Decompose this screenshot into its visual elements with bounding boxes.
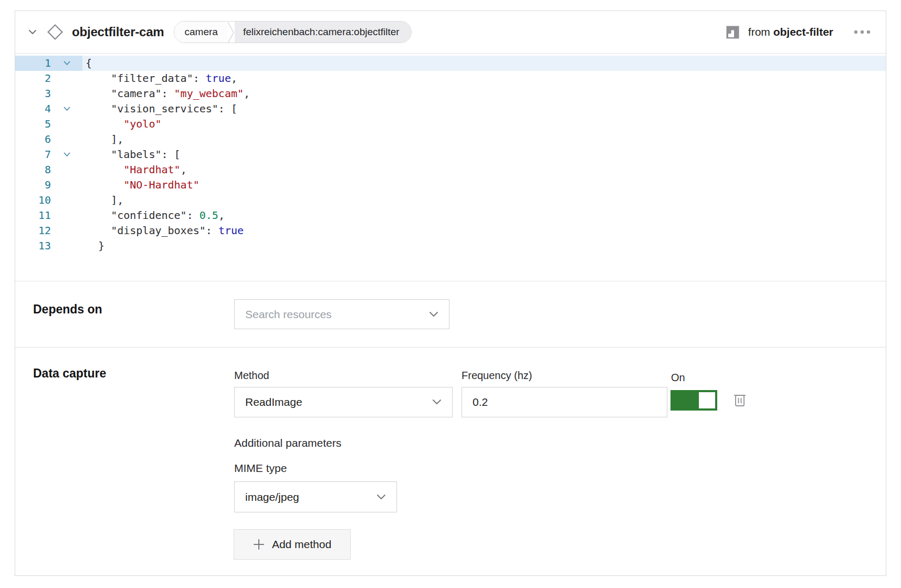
code-line: 4 "vision_services": [	[15, 101, 886, 117]
component-diamond-icon	[45, 22, 66, 43]
code-line: 10 ],	[15, 193, 886, 208]
fold-gutter	[51, 86, 82, 101]
add-method-label: Add method	[272, 538, 331, 551]
add-method-button[interactable]: Add method	[234, 529, 351, 560]
depends-on-section: Depends on Search resources	[15, 281, 886, 347]
depends-on-heading: Depends on	[33, 302, 102, 317]
code-text[interactable]: "NO-Hardhat"	[82, 177, 886, 193]
code-text[interactable]: }	[82, 238, 886, 254]
fold-gutter	[51, 117, 82, 132]
line-number: 12	[15, 223, 51, 238]
code-text[interactable]: "yolo"	[82, 117, 886, 132]
code-text[interactable]: ],	[82, 132, 886, 147]
module-icon	[726, 25, 740, 39]
capture-toggle[interactable]	[670, 390, 717, 411]
line-number: 7	[15, 147, 51, 162]
badge-type: camera	[174, 22, 227, 43]
fold-gutter	[51, 162, 82, 177]
chevron-down-icon	[429, 311, 438, 318]
code-text[interactable]: "filter_data": true,	[82, 71, 886, 86]
code-line: 2 "filter_data": true,	[15, 71, 886, 86]
code-line: 12 "display_boxes": true	[15, 223, 886, 238]
chevron-down-icon	[432, 399, 442, 405]
line-number: 10	[15, 193, 51, 208]
fold-gutter	[51, 71, 82, 86]
code-line: 8 "Hardhat",	[15, 162, 886, 177]
chevron-down-icon	[376, 494, 386, 500]
line-number: 3	[15, 86, 51, 101]
fold-gutter	[51, 238, 82, 254]
fold-chevron-icon[interactable]	[51, 56, 82, 71]
plus-icon	[253, 539, 265, 550]
code-line: 3 "camera": "my_webcam",	[15, 86, 886, 101]
code-line: 6 ],	[15, 132, 886, 147]
resource-card: objectfilter-cam camera felixreichenbach…	[15, 10, 886, 576]
resource-name: objectfilter-cam	[72, 25, 164, 39]
collapse-chevron-icon[interactable]	[27, 26, 38, 38]
mime-type-value: image/jpeg	[245, 491, 299, 503]
capture-on-label: On	[671, 372, 685, 384]
code-line: 9 "NO-Hardhat"	[15, 177, 886, 193]
code-text[interactable]: "camera": "my_webcam",	[82, 86, 886, 101]
line-number: 2	[15, 71, 51, 86]
method-value: ReadImage	[245, 396, 302, 408]
fold-chevron-icon[interactable]	[51, 147, 82, 162]
data-capture-heading: Data capture	[33, 366, 106, 381]
config-page: objectfilter-cam camera felixreichenbach…	[0, 0, 901, 588]
code-text[interactable]: "vision_services": [	[82, 101, 886, 117]
code-line: 11 "confidence": 0.5,	[15, 208, 886, 223]
fold-gutter	[51, 132, 82, 147]
toggle-knob	[699, 392, 715, 408]
method-select[interactable]: ReadImage	[234, 387, 453, 417]
resource-type-badge: camera felixreichenbach:camera:objectfil…	[174, 21, 412, 43]
line-number: 13	[15, 238, 51, 254]
code-text[interactable]: ],	[82, 193, 886, 208]
search-resources-placeholder: Search resources	[245, 308, 332, 321]
line-number: 11	[15, 208, 51, 223]
fold-gutter	[51, 193, 82, 208]
additional-parameters-label: Additional parameters	[234, 437, 341, 449]
line-number: 5	[15, 117, 51, 132]
code-text[interactable]: "display_boxes": true	[82, 223, 886, 238]
fold-gutter	[51, 177, 82, 193]
code-text[interactable]: "confidence": 0.5,	[82, 208, 886, 223]
line-number: 8	[15, 162, 51, 177]
depends-on-search-select[interactable]: Search resources	[234, 299, 449, 329]
line-number: 9	[15, 177, 51, 193]
method-label: Method	[234, 370, 269, 382]
badge-model: felixreichenbach:camera:objectfilter	[235, 22, 411, 43]
code-text[interactable]: "Hardhat",	[82, 162, 886, 177]
code-line: 1{	[15, 56, 886, 71]
mime-type-select[interactable]: image/jpeg	[234, 481, 397, 512]
delete-method-trash-icon[interactable]	[732, 392, 747, 410]
data-capture-section: Data capture Method ReadImage Frequency …	[15, 347, 886, 575]
fold-chevron-icon[interactable]	[51, 101, 82, 117]
overflow-menu-icon[interactable]	[853, 29, 872, 35]
json-config-editor[interactable]: 1{2 "filter_data": true,3 "camera": "my_…	[15, 53, 886, 281]
code-line: 7 "labels": [	[15, 147, 886, 162]
code-line: 13 }	[15, 238, 886, 254]
fold-gutter	[51, 208, 82, 223]
line-number: 6	[15, 132, 51, 147]
fold-gutter	[51, 223, 82, 238]
line-number: 4	[15, 101, 51, 117]
frequency-label: Frequency (hz)	[462, 370, 532, 382]
frequency-input[interactable]	[462, 387, 667, 417]
resource-card-header: objectfilter-cam camera felixreichenbach…	[15, 11, 886, 53]
header-right: from object-filter	[726, 25, 886, 39]
mime-type-label: MIME type	[234, 462, 287, 475]
code-text[interactable]: "labels": [	[82, 147, 886, 162]
module-source-label: from object-filter	[748, 26, 833, 38]
code-text[interactable]: {	[82, 56, 886, 71]
line-number: 1	[15, 56, 51, 71]
badge-separator-icon	[227, 22, 235, 43]
code-line: 5 "yolo"	[15, 117, 886, 132]
